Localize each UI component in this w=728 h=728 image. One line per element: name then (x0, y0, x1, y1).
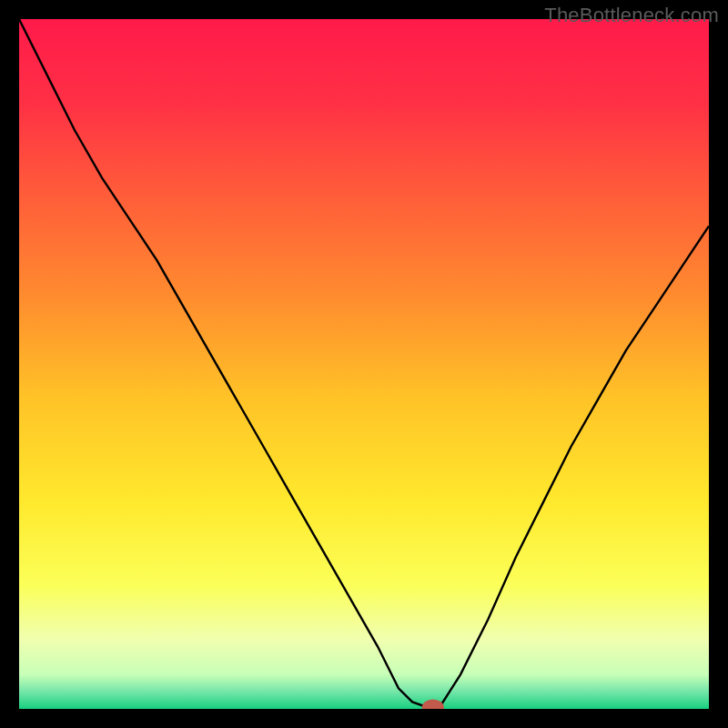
chart-svg (19, 19, 709, 709)
watermark-text: TheBottleneck.com (544, 4, 719, 27)
chart-frame: TheBottleneck.com (0, 0, 728, 728)
plot-area (19, 19, 709, 709)
gradient-background (19, 19, 709, 709)
